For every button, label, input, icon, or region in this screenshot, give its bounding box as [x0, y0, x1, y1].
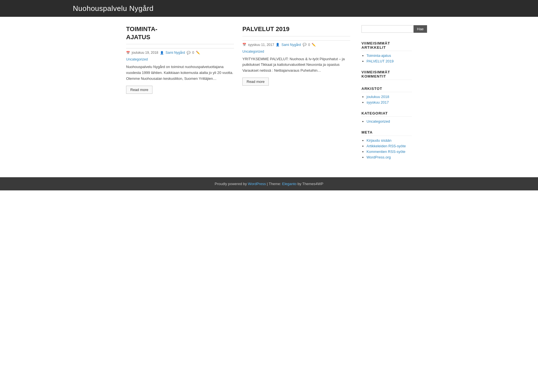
- article-meta-1: 📅 joulukuu 19, 2018 👤 Sami Nygård 💬 0 ✏️: [126, 48, 234, 55]
- article-toiminta-ajatus: TOIMINTA- AJATUS 📅 joulukuu 19, 2018 👤 S…: [126, 25, 234, 94]
- article-excerpt-1: Nuohouspalvelu Nygård on toiminut nuohou…: [126, 64, 234, 81]
- content-wrapper: TOIMINTA- AJATUS 📅 joulukuu 19, 2018 👤 S…: [120, 25, 418, 166]
- article-date-1: joulukuu 19, 2018: [132, 51, 158, 55]
- comment-icon-1: 💬: [187, 51, 191, 55]
- recent-article-link-1[interactable]: Toiminta-ajatus: [367, 53, 391, 58]
- divider-1: [126, 44, 234, 44]
- calendar-icon-1: 📅: [126, 51, 130, 55]
- recent-article-link-2[interactable]: PALVELUT 2019: [367, 59, 394, 63]
- archive-link-1[interactable]: joulukuu 2018: [367, 95, 389, 99]
- recent-comments-title: VIIMEISIMMÄT KOMMENTIT: [361, 70, 412, 80]
- archives-section: ARKISTOT joulukuu 2018 syyskuu 2017: [361, 87, 412, 104]
- article-category-link-1[interactable]: Uncategorized: [126, 57, 148, 61]
- meta-link-4[interactable]: WordPress.org: [367, 155, 391, 159]
- meta-list: Kirjaudu sisään Artikkeleiden RSS-syöte …: [361, 138, 412, 159]
- comment-icon-2: 💬: [303, 43, 307, 46]
- article-col-2: PALVELUT 2019 📅 syyskuu 11, 2017 👤 Sami …: [242, 25, 350, 166]
- edit-icon-1: ✏️: [196, 51, 200, 55]
- meta-link-3[interactable]: Kommentien RSS-syöte: [367, 150, 405, 154]
- list-item: Kommentien RSS-syöte: [367, 149, 412, 154]
- categories-title: KATEGORIAT: [361, 111, 412, 117]
- list-item: Artikkeleiden RSS-syöte: [367, 144, 412, 148]
- list-item: syyskuu 2017: [367, 100, 412, 104]
- sidebar: Hae VIIMEISIMMÄT ARTIKKELIT Toiminta-aja…: [361, 25, 412, 166]
- article-meta-2: 📅 syyskuu 11, 2017 👤 Sami Nygård 💬 0 ✏️: [242, 40, 350, 47]
- footer-wordpress-link[interactable]: WordPress: [248, 182, 266, 186]
- article-category-link-2[interactable]: Uncategorized: [242, 50, 264, 53]
- categories-list: Uncategorized: [361, 119, 412, 123]
- site-footer: Proudly powered by WordPress | Theme: El…: [0, 177, 538, 190]
- meta-title: META: [361, 130, 412, 136]
- article-author-link-2[interactable]: Sami Nygård: [281, 43, 301, 47]
- article-category-2: Uncategorized: [242, 49, 350, 53]
- article-excerpt-2: YRITYKSEMME PALVELUT: Nuohous & Iv-työt …: [242, 56, 350, 74]
- archive-link-2[interactable]: syyskuu 2017: [367, 100, 389, 104]
- article-title-1: TOIMINTA- AJATUS: [126, 25, 234, 41]
- list-item: WordPress.org: [367, 155, 412, 159]
- article-comments-2: 0: [308, 43, 310, 47]
- article-date-2: syyskuu 11, 2017: [248, 43, 274, 47]
- article-title-2: PALVELUT 2019: [242, 25, 350, 33]
- edit-icon-2: ✏️: [312, 43, 316, 47]
- category-link-1[interactable]: Uncategorized: [367, 119, 390, 123]
- footer-separator: | Theme:: [266, 182, 282, 186]
- recent-articles-section: VIIMEISIMMÄT ARTIKKELIT Toiminta-ajatus …: [361, 41, 412, 63]
- recent-articles-list: Toiminta-ajatus PALVELUT 2019: [361, 53, 412, 63]
- search-input[interactable]: [361, 25, 414, 33]
- archives-title: ARKISTOT: [361, 87, 412, 92]
- article-author-link-1[interactable]: Sami Nygård: [166, 51, 185, 55]
- footer-theme-link[interactable]: Eleganto: [282, 182, 296, 186]
- site-header: Nuohouspalvelu Nygård: [0, 0, 538, 17]
- list-item: PALVELUT 2019: [367, 59, 412, 63]
- article-comments-1: 0: [192, 51, 194, 55]
- article-col-1: TOIMINTA- AJATUS 📅 joulukuu 19, 2018 👤 S…: [126, 25, 234, 166]
- calendar-icon-2: 📅: [242, 43, 246, 46]
- user-icon-1: 👤: [160, 51, 164, 55]
- footer-text-after: by Themes4WP: [296, 182, 323, 186]
- article-palvelut-2019: PALVELUT 2019 📅 syyskuu 11, 2017 👤 Sami …: [242, 25, 350, 86]
- divider-2: [242, 36, 350, 36]
- site-title-link[interactable]: Nuohouspalvelu Nygård: [73, 4, 154, 13]
- list-item: Kirjaudu sisään: [367, 138, 412, 143]
- main-content: TOIMINTA- AJATUS 📅 joulukuu 19, 2018 👤 S…: [126, 25, 350, 166]
- meta-link-2[interactable]: Artikkeleiden RSS-syöte: [367, 144, 406, 148]
- categories-section: KATEGORIAT Uncategorized: [361, 111, 412, 123]
- article-category-1: Uncategorized: [126, 57, 234, 61]
- list-item: Uncategorized: [367, 119, 412, 123]
- meta-section: META Kirjaudu sisään Artikkeleiden RSS-s…: [361, 130, 412, 159]
- list-item: joulukuu 2018: [367, 94, 412, 99]
- search-button[interactable]: Hae: [414, 25, 427, 33]
- footer-text-before-wp: Proudly powered by: [215, 182, 248, 186]
- archives-list: joulukuu 2018 syyskuu 2017: [361, 94, 412, 104]
- recent-comments-section: VIIMEISIMMÄT KOMMENTIT: [361, 70, 412, 80]
- search-widget: Hae: [361, 25, 412, 33]
- list-item: Toiminta-ajatus: [367, 53, 412, 58]
- recent-articles-title: VIIMEISIMMÄT ARTIKKELIT: [361, 41, 412, 51]
- meta-link-1[interactable]: Kirjaudu sisään: [367, 138, 391, 143]
- site-title: Nuohouspalvelu Nygård: [73, 4, 465, 13]
- user-icon-2: 👤: [276, 43, 280, 46]
- read-more-button-2[interactable]: Read more: [242, 78, 269, 86]
- read-more-button-1[interactable]: Read more: [126, 86, 152, 94]
